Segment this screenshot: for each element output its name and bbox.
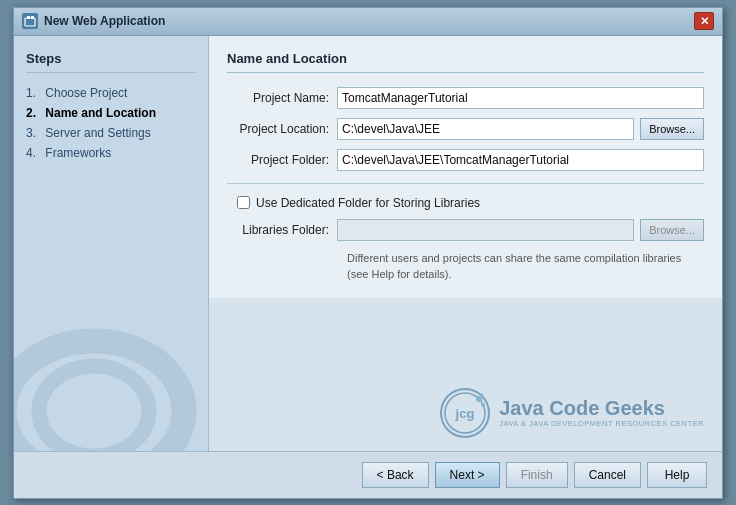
project-location-label: Project Location: — [227, 122, 337, 136]
svg-rect-2 — [31, 16, 34, 19]
project-folder-input[interactable] — [337, 149, 704, 171]
main-content: Name and Location Project Name: Project … — [209, 36, 722, 298]
project-location-input[interactable] — [337, 118, 634, 140]
dialog-window: New Web Application ✕ Steps 1. Choose Pr… — [13, 7, 723, 499]
project-folder-label: Project Folder: — [227, 153, 337, 167]
project-location-row: Project Location: Browse... — [227, 118, 704, 140]
libraries-folder-row: Libraries Folder: Browse... — [227, 219, 704, 241]
help-button[interactable]: Help — [647, 462, 707, 488]
libraries-folder-label: Libraries Folder: — [227, 223, 337, 237]
project-name-row: Project Name: — [227, 87, 704, 109]
steps-heading: Steps — [26, 51, 196, 73]
libraries-folder-input[interactable] — [337, 219, 634, 241]
svg-point-4 — [39, 366, 149, 451]
svg-point-10 — [481, 393, 484, 396]
main-content-wrapper: Name and Location Project Name: Project … — [209, 36, 722, 451]
sidebar-watermark — [14, 251, 208, 451]
svg-text:jcg: jcg — [455, 406, 475, 421]
project-name-label: Project Name: — [227, 91, 337, 105]
finish-button[interactable]: Finish — [506, 462, 568, 488]
step-item-3: 3. Server and Settings — [26, 123, 196, 143]
browse-libraries-button[interactable]: Browse... — [640, 219, 704, 241]
step-item-1: 1. Choose Project — [26, 83, 196, 103]
jcg-subtitle: Java & Java Development Resources Center — [499, 419, 704, 428]
next-button[interactable]: Next > — [435, 462, 500, 488]
title-bar: New Web Application ✕ — [14, 8, 722, 36]
project-folder-row: Project Folder: — [227, 149, 704, 171]
cancel-button[interactable]: Cancel — [574, 462, 641, 488]
dedicated-folder-row: Use Dedicated Folder for Storing Librari… — [227, 196, 704, 210]
dedicated-folder-checkbox[interactable] — [237, 196, 250, 209]
step-item-4: 4. Frameworks — [26, 143, 196, 163]
step-item-2: 2. Name and Location — [26, 103, 196, 123]
dialog-footer: < Back Next > Finish Cancel Help — [14, 451, 722, 498]
svg-point-9 — [481, 403, 485, 407]
sidebar: Steps 1. Choose Project 2. Name and Loca… — [14, 36, 209, 451]
steps-list: 1. Choose Project 2. Name and Location 3… — [26, 83, 196, 163]
jcg-text: Java Code Geeks Java & Java Development … — [499, 397, 704, 428]
jcg-branding: jcg Java Code Geeks Java & Java Developm… — [439, 387, 704, 439]
hint-text: Different users and projects can share t… — [227, 250, 704, 283]
dedicated-folder-label: Use Dedicated Folder for Storing Librari… — [256, 196, 480, 210]
jcg-brand-name: Java Code Geeks — [499, 397, 704, 419]
back-button[interactable]: < Back — [362, 462, 429, 488]
browse-location-button[interactable]: Browse... — [640, 118, 704, 140]
jcg-logo-icon: jcg — [439, 387, 491, 439]
svg-rect-1 — [27, 16, 30, 19]
dialog-title: New Web Application — [44, 14, 694, 28]
close-button[interactable]: ✕ — [694, 12, 714, 30]
svg-rect-0 — [25, 18, 35, 26]
app-icon — [22, 13, 38, 29]
section-title: Name and Location — [227, 51, 704, 73]
separator — [227, 183, 704, 184]
dialog-body: Steps 1. Choose Project 2. Name and Loca… — [14, 36, 722, 451]
svg-point-8 — [476, 396, 482, 402]
project-name-input[interactable] — [337, 87, 704, 109]
